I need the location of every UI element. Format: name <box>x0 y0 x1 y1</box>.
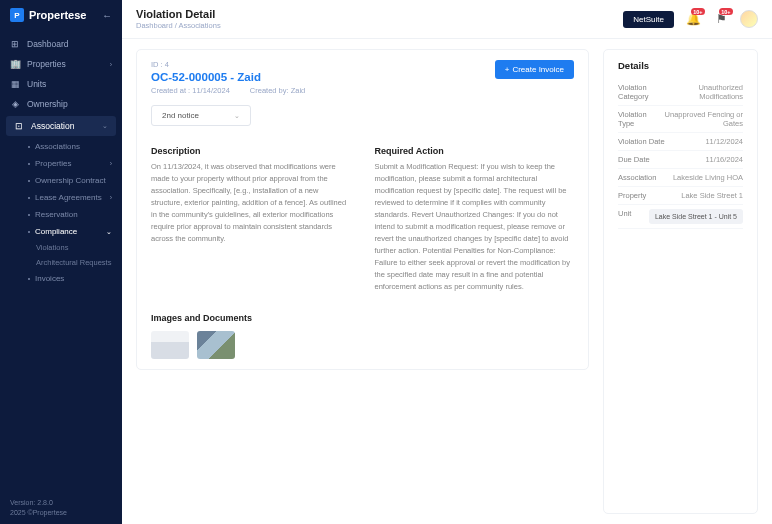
detail-value: 11/16/2024 <box>705 155 743 164</box>
violation-id: ID : 4 <box>151 60 305 69</box>
brand-name: Propertese <box>29 9 97 21</box>
sidebar-item-associations[interactable]: Associations <box>20 138 122 155</box>
created-at: Created at : 11/14/2024 <box>151 86 230 95</box>
images-title: Images and Documents <box>151 313 574 323</box>
description-section: Description On 11/13/2024, it was observ… <box>151 146 574 293</box>
action-text: Submit a Modification Request: If you wi… <box>375 161 575 293</box>
chevron-right-icon: › <box>110 194 112 201</box>
description-title: Description <box>151 146 351 156</box>
main-area: Violation Detail Dashboard / Association… <box>122 0 772 524</box>
dashboard-icon: ⊞ <box>10 39 20 49</box>
chevron-down-icon: ⌄ <box>102 122 108 130</box>
sidebar-item-lease-agreements[interactable]: Lease Agreements› <box>20 189 122 206</box>
sidebar-item-properties[interactable]: Properties› <box>20 155 122 172</box>
detail-value: 11/12/2024 <box>705 137 743 146</box>
action-column: Required Action Submit a Modification Re… <box>375 146 575 293</box>
notice-select-value: 2nd notice <box>162 111 199 120</box>
copyright-text: 2025 ©Propertese <box>10 508 112 518</box>
detail-row: PropertyLake Side Street 1 <box>618 187 743 205</box>
sidebar-item-reservation[interactable]: Reservation <box>20 206 122 223</box>
notifications-button[interactable]: 🔔 10+ <box>684 10 702 28</box>
action-title: Required Action <box>375 146 575 156</box>
units-icon: ▦ <box>10 79 20 89</box>
violation-meta: Created at : 11/14/2024 Created by: Zaid <box>151 86 305 95</box>
nav-ownership[interactable]: ◈Ownership <box>0 94 122 114</box>
sidebar-item-violations[interactable]: Violations <box>20 240 122 255</box>
description-column: Description On 11/13/2024, it was observ… <box>151 146 351 293</box>
created-by: Created by: Zaid <box>250 86 305 95</box>
sidebar-footer: Version: 2.8.0 2025 ©Propertese <box>0 492 122 524</box>
details-list: Violation CategoryUnauthorized Modificat… <box>618 79 743 205</box>
detail-label-unit: Unit <box>618 209 631 224</box>
detail-label: Violation Date <box>618 137 665 146</box>
detail-value: Lake Side Street 1 <box>681 191 743 200</box>
violation-card: ID : 4 OC-52-000005 - Zaid Created at : … <box>136 49 589 370</box>
chevron-down-icon: ⌄ <box>234 112 240 120</box>
notice-select[interactable]: 2nd notice ⌄ <box>151 105 251 126</box>
properties-icon: 🏢 <box>10 59 20 69</box>
breadcrumb[interactable]: Dashboard / Associations <box>136 21 613 30</box>
alert-badge: 10+ <box>719 8 733 15</box>
chevron-right-icon: › <box>110 61 112 68</box>
detail-value: Unapproved Fencing or Gates <box>658 110 743 128</box>
sidebar: P Propertese ← ⊞Dashboard 🏢Properties› ▦… <box>0 0 122 524</box>
version-text: Version: 2.8.0 <box>10 498 112 508</box>
chevron-right-icon: › <box>110 160 112 167</box>
detail-row: Violation TypeUnapproved Fencing or Gate… <box>618 106 743 133</box>
detail-value: Lakeside Living HOA <box>673 173 743 182</box>
topbar-left: Violation Detail Dashboard / Association… <box>136 8 613 30</box>
detail-label: Violation Type <box>618 110 658 128</box>
nav-properties[interactable]: 🏢Properties› <box>0 54 122 74</box>
collapse-sidebar-button[interactable]: ← <box>102 10 112 21</box>
alerts-button[interactable]: ⚑ 10+ <box>712 10 730 28</box>
sidebar-item-invoices[interactable]: Invoices <box>20 270 122 287</box>
association-icon: ⊡ <box>14 121 24 131</box>
detail-row-unit: Unit Lake Side Street 1 - Unit 5 <box>618 205 743 229</box>
ownership-icon: ◈ <box>10 99 20 109</box>
detail-label: Violation Category <box>618 83 668 101</box>
detail-row: AssociationLakeside Living HOA <box>618 169 743 187</box>
sidebar-header: P Propertese ← <box>0 0 122 30</box>
description-text: On 11/13/2024, it was observed that modi… <box>151 161 351 245</box>
sidebar-item-compliance[interactable]: Compliance⌄ <box>20 223 122 240</box>
content: ID : 4 OC-52-000005 - Zaid Created at : … <box>122 39 772 524</box>
card-header: ID : 4 OC-52-000005 - Zaid Created at : … <box>151 60 574 95</box>
detail-value: Unauthorized Modifications <box>668 83 743 101</box>
sidebar-item-arch-requests[interactable]: Architectural Requests <box>20 255 122 270</box>
main-panel: ID : 4 OC-52-000005 - Zaid Created at : … <box>136 49 589 514</box>
sub-nav: Associations Properties› Ownership Contr… <box>0 138 122 287</box>
nav-dashboard[interactable]: ⊞Dashboard <box>0 34 122 54</box>
sidebar-item-ownership-contract[interactable]: Ownership Contract <box>20 172 122 189</box>
chevron-down-icon: ⌄ <box>106 228 112 236</box>
violation-title: OC-52-000005 - Zaid <box>151 71 305 83</box>
detail-label: Association <box>618 173 656 182</box>
unit-badge[interactable]: Lake Side Street 1 - Unit 5 <box>649 209 743 224</box>
logo-icon: P <box>10 8 24 22</box>
nav-units[interactable]: ▦Units <box>0 74 122 94</box>
details-title: Details <box>618 60 743 71</box>
create-invoice-button[interactable]: +Create Invoice <box>495 60 574 79</box>
image-thumbnail-1[interactable] <box>151 331 189 359</box>
detail-row: Violation CategoryUnauthorized Modificat… <box>618 79 743 106</box>
detail-label: Due Date <box>618 155 650 164</box>
user-avatar[interactable] <box>740 10 758 28</box>
images-section: Images and Documents <box>151 313 574 359</box>
notification-badge: 10+ <box>691 8 705 15</box>
plus-icon: + <box>505 65 510 74</box>
main-nav: ⊞Dashboard 🏢Properties› ▦Units ◈Ownershi… <box>0 30 122 492</box>
nav-association[interactable]: ⊡Association⌄ <box>6 116 116 136</box>
page-title: Violation Detail <box>136 8 613 20</box>
violation-header-left: ID : 4 OC-52-000005 - Zaid Created at : … <box>151 60 305 95</box>
detail-row: Violation Date11/12/2024 <box>618 133 743 151</box>
netsuite-button[interactable]: NetSuite <box>623 11 674 28</box>
image-thumbnail-2[interactable] <box>197 331 235 359</box>
details-panel: Details Violation CategoryUnauthorized M… <box>603 49 758 514</box>
detail-label: Property <box>618 191 646 200</box>
detail-row: Due Date11/16/2024 <box>618 151 743 169</box>
image-row <box>151 331 574 359</box>
topbar: Violation Detail Dashboard / Association… <box>122 0 772 39</box>
